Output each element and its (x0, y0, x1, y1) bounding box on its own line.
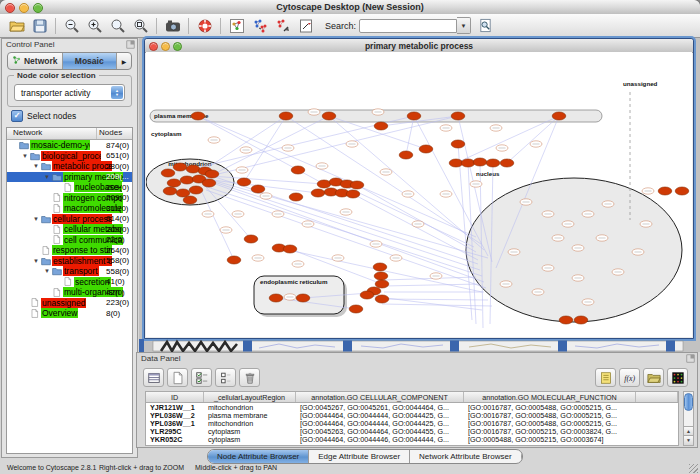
search-input[interactable] (359, 19, 457, 33)
tree-row[interactable]: ▼transport558(0) (7, 266, 132, 277)
expander-icon[interactable]: ▼ (22, 152, 30, 160)
window-title: Cytoscape Desktop (New Session) (0, 2, 700, 12)
node-color-dropdown[interactable]: transporter activity ▲▼ (14, 84, 125, 101)
folder-icon (52, 266, 63, 276)
zoom-selected-icon[interactable] (107, 16, 128, 36)
attribute-table-body: YJR121W__1mitochondrion[GO:0045267, GO:0… (146, 403, 678, 446)
tree-row[interactable]: nucleobase-209(0) (7, 182, 132, 193)
tree-row[interactable]: ▼biological_process651(0) (7, 151, 132, 162)
attribute-tools: f(x) (595, 368, 691, 387)
tree-row[interactable]: Overview8(0) (7, 308, 132, 319)
tree-column-nodes[interactable]: Nodes (96, 128, 132, 139)
import-attributes-icon[interactable] (643, 368, 664, 387)
tree-row-label: response to stimul (52, 245, 112, 255)
network-view-window: primary metabolic process plasma membran… (144, 38, 694, 339)
select-attributes-icon[interactable] (191, 368, 212, 387)
notes-icon[interactable] (595, 368, 616, 387)
delete-attribute-icon[interactable] (239, 368, 260, 387)
tab-node-attribute-browser[interactable]: Node Attribute Browser (208, 450, 309, 463)
tab-mosaic[interactable]: Mosaic (63, 53, 118, 69)
data-panel-header: Data Panel (137, 353, 697, 366)
function-builder-icon[interactable]: f(x) (619, 368, 640, 387)
zoom-fit-icon[interactable] (130, 16, 151, 36)
copy-network-view-icon[interactable] (249, 16, 270, 36)
file-icon (30, 298, 41, 307)
unselect-attributes-icon[interactable] (215, 368, 236, 387)
column-header[interactable]: _cellularLayoutRegion (204, 392, 296, 402)
tree-row[interactable]: ▼establishment of lo558(0) (7, 256, 132, 267)
save-session-icon[interactable] (29, 16, 50, 36)
zoom-in-icon[interactable] (84, 16, 105, 36)
attribute-browser-tabs: Node Attribute BrowserEdge Attribute Bro… (207, 449, 523, 464)
tab-edge-attribute-browser[interactable]: Edge Attribute Browser (309, 450, 410, 463)
expander-icon[interactable]: ▼ (33, 162, 41, 170)
tree-row-nodes-count: 209(... (106, 172, 129, 181)
column-header[interactable]: ID (146, 392, 204, 402)
tree-row[interactable]: ▼cellular process614(0) (7, 214, 132, 225)
annotation-icon[interactable] (295, 16, 316, 36)
tree-row[interactable]: secretion41(0) (7, 277, 132, 288)
scroll-down-icon[interactable]: ▼ (684, 435, 693, 445)
folder-icon (19, 140, 30, 150)
tree-row[interactable]: multi-organism pro42(0) (7, 287, 132, 298)
search-label: Search: (325, 21, 356, 31)
new-attribute-icon[interactable] (167, 368, 188, 387)
resize-grip[interactable] (689, 464, 698, 473)
scrollbar-thumb[interactable] (684, 393, 693, 411)
table-icon[interactable] (143, 368, 164, 387)
tree-row-nodes-count: 22(0) (106, 235, 125, 244)
svg-text:nucleus: nucleus (476, 170, 500, 177)
tree-row-nodes-count: 42(0) (106, 288, 125, 297)
column-header[interactable]: annotation.GO CELLULAR_COMPONENT (296, 392, 464, 402)
folder-icon (30, 151, 41, 161)
matrix-icon[interactable] (667, 368, 688, 387)
search-dropdown-arrow-icon[interactable]: ▼ (457, 17, 471, 34)
tree-row[interactable]: ▼primary metabo209(... (7, 172, 132, 183)
column-header[interactable]: annotation.GO MOLECULAR_FUNCTION (464, 392, 636, 402)
attribute-table-header: ID_cellularLayoutRegionannotation.GO CEL… (146, 392, 678, 403)
tree-row[interactable]: nitrogen compo209(0) (7, 193, 132, 204)
network-overview-icon[interactable] (226, 16, 247, 36)
expander-icon[interactable]: ▼ (33, 257, 41, 265)
expander-icon[interactable]: ▼ (33, 215, 41, 223)
table-scrollbar[interactable]: ▲ ▼ (683, 391, 694, 446)
network-graph[interactable]: plasma membranecytoplasmmitochondrionnuc… (146, 52, 692, 337)
tab-network-attribute-browser[interactable]: Network Attribute Browser (410, 450, 521, 463)
open-session-icon[interactable] (6, 16, 27, 36)
tree-row-nodes-count: 209(0) (106, 183, 129, 192)
more-tabs-arrow-icon[interactable]: ▶ (117, 53, 131, 69)
expander-icon[interactable]: ▼ (44, 173, 52, 181)
network-window-title: primary metabolic process (145, 41, 693, 51)
tree-row[interactable]: mosaic-demo-yeast874(0) (7, 140, 132, 151)
tree-column-network[interactable]: Network (7, 128, 96, 139)
network-canvas[interactable]: plasma membranecytoplasmmitochondrionnuc… (146, 52, 692, 337)
snapshot-icon[interactable] (162, 16, 183, 36)
svg-text:unassigned: unassigned (623, 80, 658, 87)
file-icon (52, 193, 63, 202)
file-icon (52, 225, 63, 234)
tree-row-label: mosaic-demo-yeast (30, 140, 90, 150)
column-header-filler (636, 392, 678, 402)
tree-row[interactable]: ▼metabolic process280(0) (7, 161, 132, 172)
float-panel-icon[interactable] (686, 354, 695, 363)
file-icon (52, 235, 63, 244)
float-panel-icon[interactable] (126, 40, 135, 49)
select-nodes-checkbox[interactable]: ✓ (11, 110, 23, 122)
tab-network[interactable]: Network (8, 53, 63, 69)
tree-row-label: cellular process (52, 214, 112, 224)
node-color-dropdown-value: transporter activity (21, 88, 90, 98)
tree-row[interactable]: cell communicat22(0) (7, 235, 132, 246)
destroy-network-view-icon[interactable] (272, 16, 293, 36)
folder-icon (41, 256, 52, 266)
data-panel-toolbar: f(x) (143, 366, 691, 389)
tree-row[interactable]: unassigned223(0) (7, 298, 132, 309)
tree-row[interactable]: cellular metabo209(0) (7, 224, 132, 235)
zoom-out-icon[interactable] (61, 16, 82, 36)
expander-icon[interactable]: ▼ (44, 267, 52, 275)
data-panel-title: Data Panel (141, 354, 181, 363)
tree-row[interactable]: macromolecule311(0) (7, 203, 132, 214)
search-options-icon[interactable] (475, 16, 496, 36)
help-icon[interactable] (194, 16, 215, 36)
table-row[interactable]: YDR039C__1mitochondrion[GO:0044464, GO:0… (146, 443, 678, 446)
tree-row[interactable]: response to stimul264(0) (7, 245, 132, 256)
